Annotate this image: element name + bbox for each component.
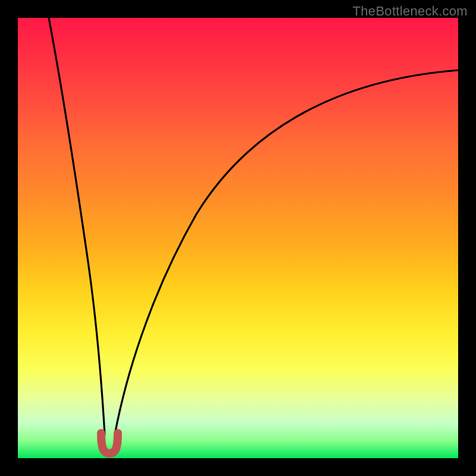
plot-area	[18, 18, 458, 458]
chart-frame: TheBottleneck.com	[0, 0, 476, 476]
curve-right-branch	[115, 70, 458, 434]
watermark-text: TheBottleneck.com	[353, 4, 468, 19]
min-marker-u	[101, 433, 118, 453]
curve-left-branch	[49, 18, 105, 434]
chart-svg	[18, 18, 458, 458]
